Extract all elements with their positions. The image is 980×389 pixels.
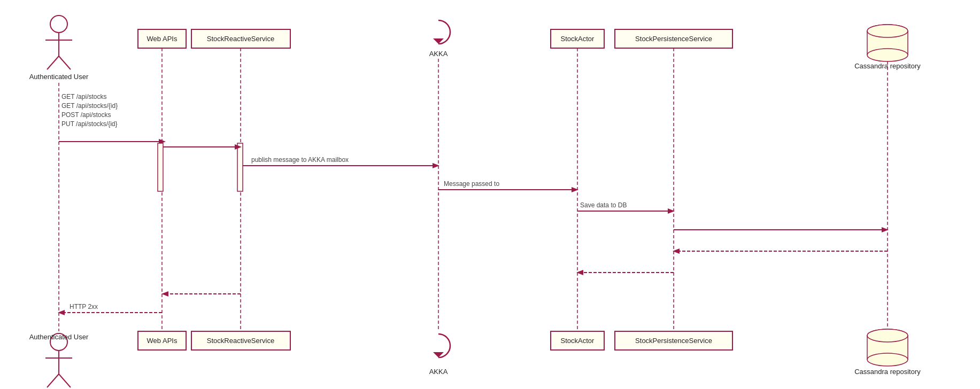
stockactor-label-bottom: StockActor [561, 337, 595, 345]
svg-point-60 [867, 353, 908, 366]
user-label-bottom: Authenticated User [29, 333, 89, 341]
akka-label-bottom: AKKA [429, 368, 448, 376]
stockpersistence-label-top: StockPersistenceService [635, 35, 712, 43]
webapis-label-bottom: Web APIs [147, 337, 178, 345]
msg-passed: Message passed to [444, 180, 499, 188]
msg-label-api1: GET /api/stocks [61, 93, 106, 100]
msg-label-api4: PUT /api/stocks/{id} [61, 120, 118, 128]
msg-label-api3: POST /api/stocks [61, 111, 111, 119]
stockactor-label-top: StockActor [561, 35, 595, 43]
cassandra-label-bottom: Cassandra repository [854, 368, 921, 376]
svg-point-61 [867, 329, 908, 342]
webapis-label-top: Web APIs [147, 35, 178, 43]
stockreactive-label-bottom: StockReactiveService [207, 337, 274, 345]
msg-save: Save data to DB [580, 201, 627, 209]
svg-rect-0 [0, 0, 980, 389]
stockreactive-label-top: StockReactiveService [207, 35, 274, 43]
user-label-top: Authenticated User [29, 73, 89, 81]
svg-point-15 [867, 49, 908, 61]
svg-rect-26 [158, 143, 163, 191]
msg-label-api2: GET /api/stocks/{id} [61, 102, 118, 110]
stockpersistence-label-bottom: StockPersistenceService [635, 337, 712, 345]
msg-http: HTTP 2xx [70, 303, 98, 310]
svg-rect-27 [237, 143, 243, 191]
sequence-diagram: Authenticated User Web APIs StockReactiv… [0, 0, 980, 389]
akka-label-top: AKKA [429, 50, 448, 58]
svg-point-16 [867, 25, 908, 37]
msg-publish: publish message to AKKA mailbox [251, 156, 349, 164]
